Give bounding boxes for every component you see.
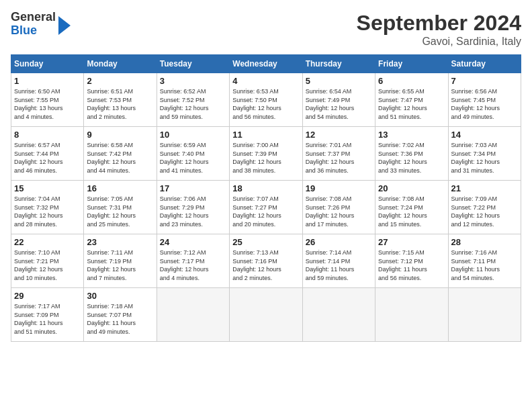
table-row: 15Sunrise: 7:04 AMSunset: 7:32 PMDayligh… xyxy=(11,181,84,234)
calendar-week-row: 8Sunrise: 6:57 AMSunset: 7:44 PMDaylight… xyxy=(11,127,521,181)
day-number: 6 xyxy=(378,76,445,86)
day-number: 3 xyxy=(160,76,226,86)
day-info: Sunrise: 6:54 AMSunset: 7:49 PMDaylight:… xyxy=(306,87,372,121)
col-saturday: Saturday xyxy=(448,55,521,73)
logo-arrow-icon xyxy=(58,16,71,35)
day-info: Sunrise: 7:06 AMSunset: 7:29 PMDaylight:… xyxy=(160,195,226,228)
table-row: 27Sunrise: 7:15 AMSunset: 7:12 PMDayligh… xyxy=(375,234,448,288)
day-number: 26 xyxy=(306,237,372,247)
table-row: 5Sunrise: 6:54 AMSunset: 7:49 PMDaylight… xyxy=(302,73,375,127)
month-title: September 2024 xyxy=(357,11,521,36)
day-info: Sunrise: 7:14 AMSunset: 7:14 PMDaylight:… xyxy=(306,248,372,282)
table-row: 12Sunrise: 7:01 AMSunset: 7:37 PMDayligh… xyxy=(302,127,375,181)
table-row: 6Sunrise: 6:55 AMSunset: 7:47 PMDaylight… xyxy=(375,73,448,127)
day-number: 30 xyxy=(87,291,153,301)
col-monday: Monday xyxy=(84,55,157,73)
day-number: 20 xyxy=(378,183,445,193)
col-tuesday: Tuesday xyxy=(157,55,229,73)
table-row: 10Sunrise: 6:59 AMSunset: 7:40 PMDayligh… xyxy=(157,127,229,181)
title-block: September 2024 Gavoi, Sardinia, Italy xyxy=(357,11,521,48)
table-row: 19Sunrise: 7:08 AMSunset: 7:26 PMDayligh… xyxy=(302,181,375,234)
table-row: 25Sunrise: 7:13 AMSunset: 7:16 PMDayligh… xyxy=(230,234,302,288)
day-number: 8 xyxy=(14,130,81,140)
calendar-table: Sunday Monday Tuesday Wednesday Thursday… xyxy=(11,54,521,342)
table-row: 8Sunrise: 6:57 AMSunset: 7:44 PMDaylight… xyxy=(11,127,84,181)
day-number: 11 xyxy=(232,130,299,140)
day-info: Sunrise: 7:17 AMSunset: 7:09 PMDaylight:… xyxy=(14,302,81,336)
day-number: 2 xyxy=(87,76,153,86)
day-number: 27 xyxy=(378,237,445,247)
day-number: 14 xyxy=(451,130,518,140)
calendar-week-row: 22Sunrise: 7:10 AMSunset: 7:21 PMDayligh… xyxy=(11,234,521,288)
table-row: 17Sunrise: 7:06 AMSunset: 7:29 PMDayligh… xyxy=(157,181,229,234)
day-number: 13 xyxy=(378,130,445,140)
table-row xyxy=(302,288,375,342)
day-number: 17 xyxy=(160,183,226,193)
table-row xyxy=(230,288,302,342)
day-number: 28 xyxy=(451,237,518,247)
day-number: 4 xyxy=(232,76,299,86)
day-info: Sunrise: 7:00 AMSunset: 7:39 PMDaylight:… xyxy=(232,141,299,175)
day-info: Sunrise: 7:16 AMSunset: 7:11 PMDaylight:… xyxy=(451,248,518,282)
table-row: 1Sunrise: 6:50 AMSunset: 7:55 PMDaylight… xyxy=(11,73,84,127)
day-info: Sunrise: 7:08 AMSunset: 7:24 PMDaylight:… xyxy=(378,195,445,228)
day-number: 23 xyxy=(87,237,153,247)
table-row: 24Sunrise: 7:12 AMSunset: 7:17 PMDayligh… xyxy=(157,234,229,288)
day-info: Sunrise: 6:55 AMSunset: 7:47 PMDaylight:… xyxy=(378,87,445,121)
day-info: Sunrise: 6:50 AMSunset: 7:55 PMDaylight:… xyxy=(14,87,81,121)
day-number: 12 xyxy=(306,130,372,140)
day-number: 24 xyxy=(160,237,226,247)
day-number: 9 xyxy=(87,130,153,140)
col-sunday: Sunday xyxy=(11,55,84,73)
table-row: 16Sunrise: 7:05 AMSunset: 7:31 PMDayligh… xyxy=(84,181,157,234)
table-row: 2Sunrise: 6:51 AMSunset: 7:53 PMDaylight… xyxy=(84,73,157,127)
table-row: 3Sunrise: 6:52 AMSunset: 7:52 PMDaylight… xyxy=(157,73,229,127)
logo: General Blue xyxy=(11,11,71,38)
day-info: Sunrise: 7:08 AMSunset: 7:26 PMDaylight:… xyxy=(306,195,372,228)
table-row: 13Sunrise: 7:02 AMSunset: 7:36 PMDayligh… xyxy=(375,127,448,181)
table-row: 30Sunrise: 7:18 AMSunset: 7:07 PMDayligh… xyxy=(84,288,157,342)
table-row: 7Sunrise: 6:56 AMSunset: 7:45 PMDaylight… xyxy=(448,73,521,127)
day-info: Sunrise: 7:02 AMSunset: 7:36 PMDaylight:… xyxy=(378,141,445,175)
day-info: Sunrise: 6:53 AMSunset: 7:50 PMDaylight:… xyxy=(232,87,299,121)
table-row xyxy=(157,288,229,342)
day-number: 29 xyxy=(14,291,81,301)
day-number: 1 xyxy=(14,76,81,86)
day-number: 15 xyxy=(14,183,81,193)
day-info: Sunrise: 6:52 AMSunset: 7:52 PMDaylight:… xyxy=(160,87,226,121)
col-friday: Friday xyxy=(375,55,448,73)
day-number: 7 xyxy=(451,76,518,86)
location: Gavoi, Sardinia, Italy xyxy=(357,36,521,48)
day-info: Sunrise: 6:59 AMSunset: 7:40 PMDaylight:… xyxy=(160,141,226,175)
calendar-week-row: 1Sunrise: 6:50 AMSunset: 7:55 PMDaylight… xyxy=(11,73,521,127)
day-number: 25 xyxy=(232,237,299,247)
day-info: Sunrise: 7:03 AMSunset: 7:34 PMDaylight:… xyxy=(451,141,518,175)
col-wednesday: Wednesday xyxy=(230,55,302,73)
day-info: Sunrise: 7:01 AMSunset: 7:37 PMDaylight:… xyxy=(306,141,372,175)
day-info: Sunrise: 7:09 AMSunset: 7:22 PMDaylight:… xyxy=(451,195,518,228)
day-number: 16 xyxy=(87,183,153,193)
logo-general: General xyxy=(11,11,56,24)
table-row xyxy=(375,288,448,342)
table-row: 9Sunrise: 6:58 AMSunset: 7:42 PMDaylight… xyxy=(84,127,157,181)
table-row: 4Sunrise: 6:53 AMSunset: 7:50 PMDaylight… xyxy=(230,73,302,127)
logo-blue: Blue xyxy=(11,24,56,38)
table-row: 20Sunrise: 7:08 AMSunset: 7:24 PMDayligh… xyxy=(375,181,448,234)
table-row: 22Sunrise: 7:10 AMSunset: 7:21 PMDayligh… xyxy=(11,234,84,288)
day-info: Sunrise: 7:04 AMSunset: 7:32 PMDaylight:… xyxy=(14,195,81,228)
day-info: Sunrise: 6:51 AMSunset: 7:53 PMDaylight:… xyxy=(87,87,153,121)
col-thursday: Thursday xyxy=(302,55,375,73)
calendar-header-row: Sunday Monday Tuesday Wednesday Thursday… xyxy=(11,55,521,73)
day-info: Sunrise: 6:57 AMSunset: 7:44 PMDaylight:… xyxy=(14,141,81,175)
calendar-week-row: 29Sunrise: 7:17 AMSunset: 7:09 PMDayligh… xyxy=(11,288,521,342)
day-info: Sunrise: 7:11 AMSunset: 7:19 PMDaylight:… xyxy=(87,248,153,282)
day-number: 21 xyxy=(451,183,518,193)
table-row: 28Sunrise: 7:16 AMSunset: 7:11 PMDayligh… xyxy=(448,234,521,288)
table-row: 23Sunrise: 7:11 AMSunset: 7:19 PMDayligh… xyxy=(84,234,157,288)
table-row: 26Sunrise: 7:14 AMSunset: 7:14 PMDayligh… xyxy=(302,234,375,288)
table-row: 18Sunrise: 7:07 AMSunset: 7:27 PMDayligh… xyxy=(230,181,302,234)
table-row: 11Sunrise: 7:00 AMSunset: 7:39 PMDayligh… xyxy=(230,127,302,181)
logo-text: General Blue xyxy=(11,11,56,38)
calendar-week-row: 15Sunrise: 7:04 AMSunset: 7:32 PMDayligh… xyxy=(11,181,521,234)
table-row: 29Sunrise: 7:17 AMSunset: 7:09 PMDayligh… xyxy=(11,288,84,342)
